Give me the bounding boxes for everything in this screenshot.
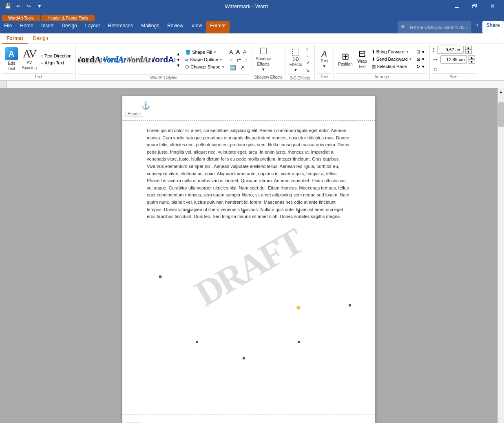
wrap-text-icon: ⊟ [358,49,366,58]
handle-bot-right[interactable] [298,341,300,343]
shape-fill-button[interactable]: 🪣 Shape Fill ▼ [183,49,226,56]
handle-mid-right[interactable] [349,304,351,306]
menu-home[interactable]: Home [16,21,37,33]
send-backward-icon: ⬇ [371,57,375,62]
align-icon: ⊞ [416,49,420,55]
close-button[interactable]: ✕ [484,0,501,12]
handle-top-center[interactable] [243,210,245,213]
handle-top-left[interactable] [188,210,190,213]
handle-bot-center[interactable] [243,357,245,359]
height-input[interactable] [437,46,464,54]
3d-btn1[interactable]: ↕ [304,46,312,52]
wordart-style-2[interactable]: WordArt [103,49,126,70]
handle-top-right[interactable] [298,210,300,213]
shape-outline-button[interactable]: ▱ Shape Outline ▼ [183,56,226,63]
wordart-style-4[interactable]: WordArt [152,49,175,70]
text-style-btn4[interactable]: 🔤 [228,64,238,71]
header-label: Header [126,111,143,117]
text-outline-button[interactable]: A [235,48,241,56]
width-input[interactable] [440,55,467,64]
width-spin-up[interactable]: ▲ [469,55,475,59]
redo-button[interactable]: ↪ [24,2,33,11]
doc-footer: Footer [122,414,375,423]
change-shape-button[interactable]: ⬡ Change Shape ▼ [183,64,226,70]
gallery-up[interactable]: ▲ [175,51,181,57]
text-effects-button[interactable]: A [242,48,248,56]
width-spin-down[interactable]: ▼ [469,59,475,64]
menu-references[interactable]: References [104,21,137,33]
text-style-btn3[interactable]: ↕ [243,56,249,64]
bring-forward-icon: ⬆ [371,49,375,55]
size-expand-button[interactable]: ⬡ [432,66,439,73]
text-style-btn2[interactable]: ⇄ [235,56,243,64]
text-group-label: Text [3,73,73,79]
height-input-row: ↕ ▲ ▼ [432,46,472,54]
3d-effects-button[interactable]: ⬚ 3-D Effects ▼ [288,46,303,73]
search-box[interactable]: 🔍 Tell me what you want to do... [398,21,471,33]
shape-fill-dropdown[interactable]: ▼ [213,51,217,54]
3d-btn4[interactable]: ↘ [304,67,312,74]
ribbon-group-text2: A Text ▼ Text [315,45,334,79]
height-spin-down[interactable]: ▼ [465,50,472,54]
bring-forward-button[interactable]: ⬆ Bring Forward ▼ [370,48,414,55]
menu-layout[interactable]: Layout [81,21,104,33]
shape-outline-dropdown[interactable]: ▼ [219,58,223,62]
menu-insert[interactable]: Insert [37,21,57,33]
text-direction-button[interactable]: ↕ Text Direction [39,53,73,59]
tab-design[interactable]: Design [28,33,53,44]
restore-button[interactable]: 🗗 [466,0,483,12]
3d-btn2[interactable]: ↔ [304,53,312,59]
change-shape-dropdown[interactable]: ▼ [222,65,225,69]
tab-format[interactable]: Format [2,33,28,44]
3d-btn3[interactable]: ↗ [304,59,312,66]
undo-button[interactable]: ↩ [14,2,23,11]
text-style-btn1[interactable]: ≡ [228,56,234,64]
shadow-effects-button[interactable]: ☐ Shadow Effects ▼ [254,46,272,73]
selection-pane-button[interactable]: ▤ Selection Pane [370,63,414,70]
wordart-style-1[interactable]: WordArt [78,49,102,70]
height-spinners: ▲ ▼ [465,46,472,54]
wordart-tools-label[interactable]: WordArt Tools [2,15,40,21]
customize-button[interactable]: ▼ [35,2,44,11]
bring-forward-dropdown[interactable]: ▼ [406,50,409,54]
group-button[interactable]: ⊠ ▼ [415,56,427,63]
gallery-dropdown[interactable]: ▼ [175,57,181,62]
align-button[interactable]: ⊞ ▼ [415,48,427,55]
handle-mid-left[interactable] [159,275,161,278]
menu-review[interactable]: Review [163,21,187,33]
menu-mailings[interactable]: Mailings [137,21,163,33]
edit-text-button[interactable]: A Edit Text [3,46,20,72]
text-style-btn5[interactable]: ↗ [239,64,246,71]
scroll-up[interactable]: ▲ [497,88,504,96]
send-backward-button[interactable]: ⬇ Send Backward ▼ [370,56,414,63]
doc-header: ⚓ Header [122,96,375,121]
text-fill-button[interactable]: A [228,48,234,56]
arrange-content: ⊞ Position ⊟ Wrap Text ⬆ Bring Forward ▼… [336,46,427,73]
align-text-button[interactable]: ≡ Align Text [39,59,73,66]
minimize-button[interactable]: 🗕 [449,0,465,12]
text-dropdown-button[interactable]: A Text ▼ [317,48,331,70]
header-footer-tools-label[interactable]: Header & Footer Tools [41,15,95,21]
rotate-button[interactable]: ↻ ▼ [415,63,427,70]
share-button[interactable]: Share [482,21,504,33]
menu-format[interactable]: Format [206,21,230,33]
av-spacing-button[interactable]: AV AV Spacing [20,47,38,71]
menu-design[interactable]: Design [57,21,81,33]
shape-outline-icon: ▱ [185,57,188,62]
menu-file[interactable]: File [0,21,16,33]
save-button[interactable]: 💾 [3,2,12,11]
handle-bot-left[interactable] [196,341,198,343]
send-backward-dropdown[interactable]: ▼ [409,57,412,61]
ribbon-group-wordart-styles: WordArt WordArt WordArt WordArt ▲ ▼ ▼ [76,45,252,79]
height-spin-up[interactable]: ▲ [465,46,472,50]
arrange-label: Arrange [336,73,427,79]
position-button[interactable]: ⊞ Position [336,51,354,68]
text-extra-buttons: ↕ Text Direction ≡ Align Text [39,53,73,66]
rotation-handle[interactable] [296,305,301,310]
wordart-style-3[interactable]: WordArt [127,49,151,70]
wrap-text-button[interactable]: ⊟ Wrap Text [355,48,369,70]
scroll-thumb[interactable] [498,102,504,127]
gallery-more[interactable]: ▼ [175,63,181,68]
menu-view[interactable]: View [188,21,206,33]
help-button[interactable]: ? [471,21,482,33]
